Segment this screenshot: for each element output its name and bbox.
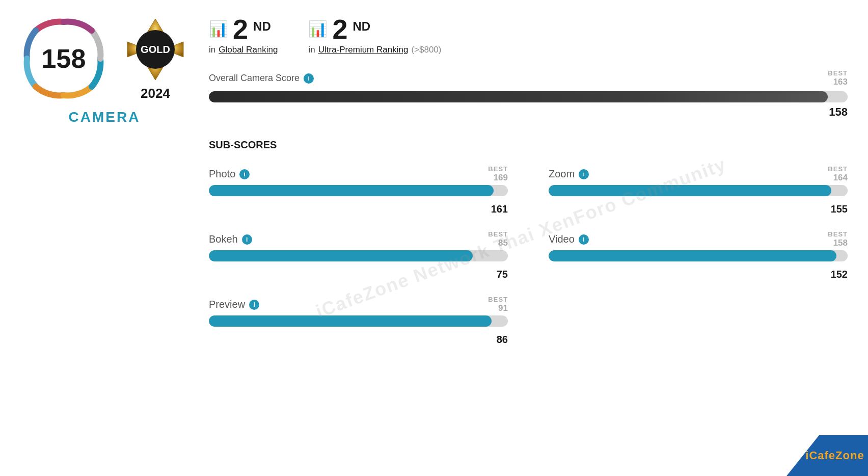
sub-scores-section: SUB-SCORES Photo i BEST 169 xyxy=(209,139,848,346)
overall-best-label: BEST xyxy=(828,69,848,77)
zoom-value: 155 xyxy=(549,203,848,215)
sub-scores-grid: Photo i BEST 169 161 xyxy=(209,165,848,346)
video-bar-track xyxy=(549,250,848,261)
zoom-best-value: 164 xyxy=(833,173,848,183)
zoom-info-badge[interactable]: i xyxy=(579,169,589,179)
global-ranking-top: 📊 2 ND xyxy=(209,15,278,43)
corner-badge: iCafeZone xyxy=(786,435,868,476)
overall-best-group: BEST 163 xyxy=(828,69,848,87)
ultra-premium-ranking: 📊 2 ND in Ultra-Premium Ranking (>$800) xyxy=(308,15,441,55)
bokeh-bar-track xyxy=(209,250,508,261)
sub-score-zoom: Zoom i BEST 164 155 xyxy=(549,165,848,215)
bokeh-info-badge[interactable]: i xyxy=(242,234,252,245)
preview-info-badge[interactable]: i xyxy=(249,300,259,310)
preview-bar-track xyxy=(209,315,508,327)
left-top-row: 158 xyxy=(20,15,188,102)
camera-label: CAMERA xyxy=(69,109,141,125)
global-rank-number: 2 xyxy=(233,15,248,43)
sub-score-preview-name: Preview i xyxy=(209,299,259,310)
bar-chart-icon-2: 📊 xyxy=(308,21,327,37)
bokeh-value: 75 xyxy=(209,269,508,280)
sub-score-zoom-name: Zoom i xyxy=(549,168,589,180)
overall-score-section: Overall Camera Score i BEST 163 158 xyxy=(209,69,848,119)
corner-badge-text: iCafeZone xyxy=(790,449,864,462)
ultra-ranking-top: 📊 2 ND xyxy=(308,15,441,43)
photo-value: 161 xyxy=(209,203,508,215)
preview-value: 86 xyxy=(209,334,508,346)
photo-bar-track xyxy=(209,185,508,196)
global-ranking-desc: in Global Ranking xyxy=(209,45,278,55)
sub-score-preview-header: Preview i BEST 91 xyxy=(209,296,508,313)
svg-text:GOLD: GOLD xyxy=(141,44,170,55)
preview-best-value: 91 xyxy=(498,303,508,313)
global-rank-suffix: ND xyxy=(253,19,271,34)
score-value: 158 xyxy=(42,43,86,74)
global-ranking: 📊 2 ND in Global Ranking xyxy=(209,15,278,55)
sub-score-video-header: Video i BEST 158 xyxy=(549,230,848,248)
photo-bar-fill xyxy=(209,185,494,196)
zoom-bar-fill xyxy=(549,185,831,196)
ultra-ranking-desc: in Ultra-Premium Ranking (>$800) xyxy=(308,45,441,55)
ultra-ranking-extra: (>$800) xyxy=(411,45,441,55)
bokeh-bar-fill xyxy=(209,250,473,261)
bar-chart-icon-1: 📊 xyxy=(209,21,228,37)
bokeh-best-label: BEST xyxy=(488,230,508,238)
sub-score-bokeh: Bokeh i BEST 85 75 xyxy=(209,230,508,280)
photo-best-value: 169 xyxy=(494,173,508,183)
overall-info-badge[interactable]: i xyxy=(304,73,314,84)
score-circle: 158 xyxy=(20,15,107,102)
year-label: 2024 xyxy=(141,86,170,101)
sub-score-preview: Preview i BEST 91 86 xyxy=(209,296,508,346)
left-panel: 158 xyxy=(20,15,188,346)
right-panel: 📊 2 ND in Global Ranking 📊 2 ND in Ultr xyxy=(209,15,848,346)
overall-bar-track xyxy=(209,91,848,102)
sub-score-photo: Photo i BEST 169 161 xyxy=(209,165,508,215)
video-best-label: BEST xyxy=(828,230,848,238)
rankings-row: 📊 2 ND in Global Ranking 📊 2 ND in Ultr xyxy=(209,15,848,55)
global-ranking-link[interactable]: Global Ranking xyxy=(219,45,278,55)
ultra-rank-number: 2 xyxy=(332,15,347,43)
video-best-value: 158 xyxy=(833,238,848,248)
overall-bar-fill xyxy=(209,91,828,102)
bokeh-best-value: 85 xyxy=(498,238,508,248)
sub-score-bokeh-header: Bokeh i BEST 85 xyxy=(209,230,508,248)
sub-score-photo-header: Photo i BEST 169 xyxy=(209,165,508,183)
preview-best-label: BEST xyxy=(488,296,508,303)
zoom-best-label: BEST xyxy=(828,165,848,173)
overall-score-label: Overall Camera Score i xyxy=(209,73,314,84)
photo-info-badge[interactable]: i xyxy=(239,169,250,179)
zoom-bar-track xyxy=(549,185,848,196)
ultra-ranking-link[interactable]: Ultra-Premium Ranking xyxy=(318,45,409,55)
preview-bar-fill xyxy=(209,315,492,327)
main-container: 158 xyxy=(0,0,868,366)
sub-score-bokeh-name: Bokeh i xyxy=(209,233,252,245)
video-value: 152 xyxy=(549,269,848,280)
overall-best-value: 163 xyxy=(833,77,848,87)
overall-score-header: Overall Camera Score i BEST 163 xyxy=(209,69,848,87)
sub-score-photo-name: Photo i xyxy=(209,168,250,180)
photo-best-label: BEST xyxy=(488,165,508,173)
sub-score-zoom-header: Zoom i BEST 164 xyxy=(549,165,848,183)
sub-scores-title: SUB-SCORES xyxy=(209,139,848,151)
video-info-badge[interactable]: i xyxy=(579,234,589,245)
video-bar-fill xyxy=(549,250,836,261)
gold-badge-container: GOLD 2024 xyxy=(122,16,188,101)
ultra-rank-suffix: ND xyxy=(353,19,371,34)
sub-score-video-name: Video i xyxy=(549,233,589,245)
overall-current-value: 158 xyxy=(209,105,848,119)
sub-score-video: Video i BEST 158 152 xyxy=(549,230,848,280)
